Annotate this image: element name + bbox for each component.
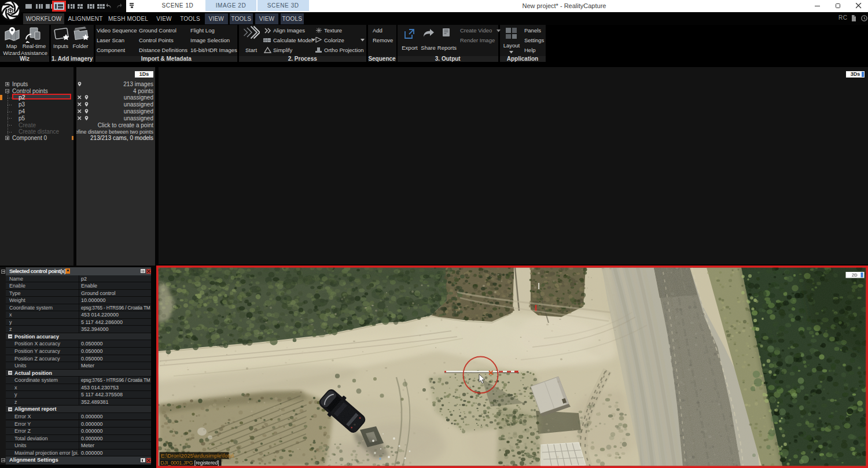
svg-text:E:\Dron\2025\ardusimple\foto\: E:\Dron\2025\ardusimple\foto\	[161, 452, 234, 459]
svg-text:DJI_0001.JPG [registered]: DJI_0001.JPG [registered]	[161, 460, 219, 466]
svg-text:2D: 2D	[852, 272, 858, 278]
